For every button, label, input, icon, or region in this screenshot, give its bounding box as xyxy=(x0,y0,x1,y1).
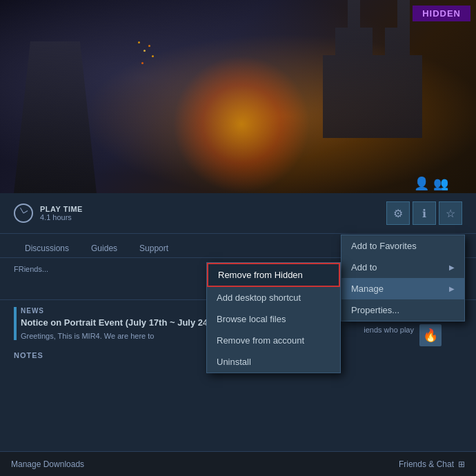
manage-context-menu: Add to Favorites Add to ▶ Manage ▶ Prope… xyxy=(341,235,465,321)
news-excerpt: Greetings, This is MIR4. We are here to xyxy=(21,332,219,340)
add-desktop-shortcut-label: Add desktop shortcut xyxy=(217,292,301,303)
menu-add-favorites[interactable]: Add to Favorites xyxy=(341,235,464,257)
clock-icon xyxy=(14,204,33,223)
menu-properties[interactable]: Properties... xyxy=(341,299,464,321)
bottom-bar: Manage Downloads Friends & Chat ⊞ xyxy=(0,451,476,476)
multi-person-icon: 👥 xyxy=(433,176,448,191)
browse-local-files-label: Browse local files xyxy=(217,314,286,324)
remove-from-hidden-label: Remove from Hidden xyxy=(218,270,303,280)
menu-manage[interactable]: Manage ▶ xyxy=(341,278,464,299)
add-to-label: Add to xyxy=(351,262,377,272)
menu-remove-from-account[interactable]: Remove from account xyxy=(207,330,340,351)
news-title: Notice on Portrait Event (July 17th ~ Ju… xyxy=(21,317,219,329)
remove-from-account-label: Remove from account xyxy=(217,335,304,346)
add-favorites-label: Add to Favorites xyxy=(351,241,417,251)
menu-remove-from-hidden[interactable]: Remove from Hidden xyxy=(207,263,340,287)
friends-who-play: iends who play xyxy=(364,326,414,334)
tab-guides[interactable]: Guides xyxy=(80,239,128,257)
tab-support[interactable]: Support xyxy=(128,239,179,257)
action-icons: ⚙ ℹ ☆ xyxy=(386,201,462,225)
tab-discussions[interactable]: Discussions xyxy=(14,239,80,257)
friends-chat-label: Friends & Chat xyxy=(399,459,454,469)
star-button[interactable]: ☆ xyxy=(439,201,462,225)
news-tag: NEWS xyxy=(21,307,219,315)
playtime-section: PLAY TIME 4.1 hours xyxy=(14,204,83,223)
menu-uninstall[interactable]: Uninstall xyxy=(207,351,340,373)
manage-label: Manage xyxy=(351,284,384,294)
playtime-value: 4.1 hours xyxy=(40,213,83,221)
manage-arrow: ▶ xyxy=(449,285,455,292)
gear-button[interactable]: ⚙ xyxy=(386,201,410,225)
playtime-label: PLAY TIME xyxy=(40,205,83,213)
sparks xyxy=(138,41,140,43)
properties-label: Properties... xyxy=(351,305,399,315)
single-person-icon: 👤 xyxy=(414,176,429,191)
playtime-bar: PLAY TIME 4.1 hours ⚙ ℹ ☆ xyxy=(0,193,476,234)
menu-add-to[interactable]: Add to ▶ xyxy=(341,257,464,278)
friend-avatar: 🔥 xyxy=(419,324,442,346)
info-button[interactable]: ℹ xyxy=(413,201,436,225)
friends-chat-button[interactable]: Friends & Chat ⊞ xyxy=(399,459,465,469)
star-icon: ☆ xyxy=(446,207,455,220)
playtime-text: PLAY TIME 4.1 hours xyxy=(40,205,83,221)
menu-browse-local-files[interactable]: Browse local files xyxy=(207,308,340,330)
hidden-badge: HIDDEN xyxy=(413,6,470,21)
menu-add-desktop-shortcut[interactable]: Add desktop shortcut xyxy=(207,287,340,308)
info-icon: ℹ xyxy=(422,207,426,220)
gear-icon: ⚙ xyxy=(393,207,403,220)
chat-grid-icon: ⊞ xyxy=(458,459,465,469)
manage-downloads-link[interactable]: Manage Downloads xyxy=(11,459,84,469)
hero-section: HIDDEN 👤 👥 xyxy=(0,0,476,193)
manage-sub-context-menu: Remove from Hidden Add desktop shortcut … xyxy=(206,262,341,373)
add-to-arrow: ▶ xyxy=(449,264,455,271)
uninstall-label: Uninstall xyxy=(217,357,251,367)
hero-glow xyxy=(172,55,310,193)
person-icons-area: 👤 👥 xyxy=(414,176,448,191)
